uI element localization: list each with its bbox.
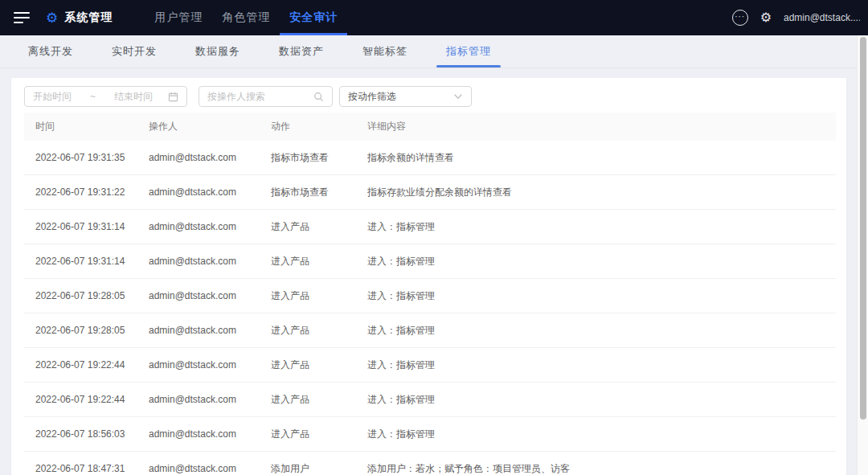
cell-time: 2022-06-07 19:28:05 [35,290,149,301]
date-separator: ~ [87,91,99,102]
cell-detail: 添加用户：若水；赋予角色：项目管理员、访客 [367,462,836,475]
top-nav-item[interactable]: 用户管理 [145,0,212,35]
cell-detail: 进入：指标管理 [367,220,836,234]
product-tab-label: 数据服务 [195,44,240,59]
calendar-icon [168,92,178,102]
message-bubble-icon[interactable]: ··· [732,10,748,26]
product-tab[interactable]: 智能标签 [343,35,427,68]
app-brand: ⚙ 系统管理 [46,10,113,25]
product-tab-label: 实时开发 [112,44,157,59]
cell-time: 2022-06-07 19:31:35 [35,152,149,163]
brand-title: 系统管理 [64,10,113,25]
cell-action: 进入产品 [271,255,367,268]
cell-operator: admin@dtstack.com [149,221,271,232]
product-tabs: 离线开发 实时开发 数据服务 数据资产 智能标签 指标管理 [0,35,868,68]
top-navbar: ⚙ 系统管理 用户管理 角色管理 安全审计 ··· ⚙ admin@dtstac… [0,0,868,35]
cell-time: 2022-06-07 19:22:44 [35,394,149,405]
cell-action: 进入产品 [271,324,367,338]
table-row[interactable]: 2022-06-07 18:47:31 admin@dtstack.com 添加… [24,452,836,475]
table-row[interactable]: 2022-06-07 19:28:05 admin@dtstack.com 进入… [24,313,836,348]
product-tab-label: 离线开发 [28,44,73,59]
cell-action: 添加用户 [271,462,367,475]
cell-action: 指标市场查看 [271,186,367,199]
cell-operator: admin@dtstack.com [149,186,271,198]
column-header-action: 动作 [271,120,367,133]
product-tab-label: 数据资产 [279,44,324,59]
table-row[interactable]: 2022-06-07 19:28:05 admin@dtstack.com 进入… [24,279,836,313]
page-content: 开始时间 ~ 结束时间 按操作人搜索 按动作筛选 [0,68,868,475]
brand-gear-icon: ⚙ [46,11,58,25]
cell-operator: admin@dtstack.com [149,463,271,474]
cell-action: 进入产品 [271,428,367,441]
cell-detail: 进入：指标管理 [367,255,836,268]
cell-operator: admin@dtstack.com [149,256,271,267]
cell-time: 2022-06-07 19:31:14 [35,221,149,232]
product-tab[interactable]: 离线开发 [9,35,92,68]
product-tab-label: 指标管理 [446,44,491,59]
table-row[interactable]: 2022-06-07 19:31:22 admin@dtstack.com 指标… [24,175,836,210]
date-end-placeholder: 结束时间 [114,90,153,104]
topbar-right: ··· ⚙ admin@dtstack.... [732,10,868,26]
cell-time: 2022-06-07 18:47:31 [35,463,149,474]
date-range-picker[interactable]: 开始时间 ~ 结束时间 [24,86,187,107]
audit-log-table: 时间 操作人 动作 详细内容 2022-06-07 19:31:35 admin… [24,113,836,475]
cell-detail: 进入：指标管理 [367,428,836,441]
table-row[interactable]: 2022-06-07 19:22:44 admin@dtstack.com 进入… [24,348,836,383]
product-tab[interactable]: 数据资产 [260,35,343,68]
vertical-scrollbar[interactable] [857,35,868,475]
cell-operator: admin@dtstack.com [149,325,271,336]
product-tab[interactable]: 数据服务 [176,35,260,68]
table-row[interactable]: 2022-06-07 19:22:44 admin@dtstack.com 进入… [24,383,836,417]
table-row[interactable]: 2022-06-07 19:31:14 admin@dtstack.com 进入… [24,210,836,244]
table-header-row: 时间 操作人 动作 详细内容 [24,113,836,141]
cell-action: 进入产品 [271,289,367,303]
cell-time: 2022-06-07 18:56:03 [35,428,149,440]
product-tab[interactable]: 指标管理 [427,35,510,68]
top-nav-item-label: 用户管理 [154,10,203,25]
action-filter-value: 按动作筛选 [348,90,396,104]
column-header-detail: 详细内容 [367,120,836,133]
search-icon [313,92,324,102]
cell-time: 2022-06-07 19:31:14 [35,256,149,267]
product-tab[interactable]: 实时开发 [92,35,176,68]
top-nav-item[interactable]: 安全审计 [280,0,347,35]
cell-action: 进入产品 [271,358,367,372]
settings-gear-icon[interactable]: ⚙ [760,11,772,24]
cell-detail: 进入：指标管理 [367,358,836,372]
cell-operator: admin@dtstack.com [149,394,271,405]
table-row[interactable]: 2022-06-07 18:56:03 admin@dtstack.com 进入… [24,417,836,452]
column-header-time: 时间 [35,120,149,133]
scrollbar-thumb[interactable] [860,37,866,420]
table-row[interactable]: 2022-06-07 19:31:14 admin@dtstack.com 进入… [24,244,836,279]
audit-log-card: 开始时间 ~ 结束时间 按操作人搜索 按动作筛选 [11,78,846,475]
cell-detail: 指标存款业绩分配余额的详情查看 [367,186,836,199]
cell-operator: admin@dtstack.com [149,290,271,301]
current-user-label[interactable]: admin@dtstack.... [784,12,860,23]
top-nav-item-label: 角色管理 [222,10,270,25]
top-nav-item[interactable]: 角色管理 [212,0,280,35]
cell-operator: admin@dtstack.com [149,359,271,371]
chevron-down-icon [453,92,463,101]
cell-action: 进入产品 [271,220,367,234]
cell-time: 2022-06-07 19:22:44 [35,359,149,371]
action-filter-select[interactable]: 按动作筛选 [339,86,472,107]
column-header-operator: 操作人 [149,120,271,133]
cell-action: 进入产品 [271,393,367,407]
operator-search-input[interactable]: 按操作人搜索 [199,86,333,107]
cell-time: 2022-06-07 19:28:05 [35,325,149,336]
table-body: 2022-06-07 19:31:35 admin@dtstack.com 指标… [24,141,836,475]
cell-action: 指标市场查看 [271,151,367,165]
cell-detail: 进入：指标管理 [367,324,836,338]
cell-detail: 指标余额的详情查看 [367,151,836,165]
cell-detail: 进入：指标管理 [367,289,836,303]
product-tab-label: 智能标签 [362,44,407,59]
top-nav-item-label: 安全审计 [289,10,338,25]
hamburger-menu-icon[interactable] [14,12,30,23]
cell-operator: admin@dtstack.com [149,428,271,440]
cell-detail: 进入：指标管理 [367,393,836,407]
cell-operator: admin@dtstack.com [149,152,271,163]
table-row[interactable]: 2022-06-07 19:31:35 admin@dtstack.com 指标… [24,141,836,175]
date-start-placeholder: 开始时间 [33,90,72,104]
top-nav: 用户管理 角色管理 安全审计 [145,0,347,35]
filter-bar: 开始时间 ~ 结束时间 按操作人搜索 按动作筛选 [24,86,836,107]
